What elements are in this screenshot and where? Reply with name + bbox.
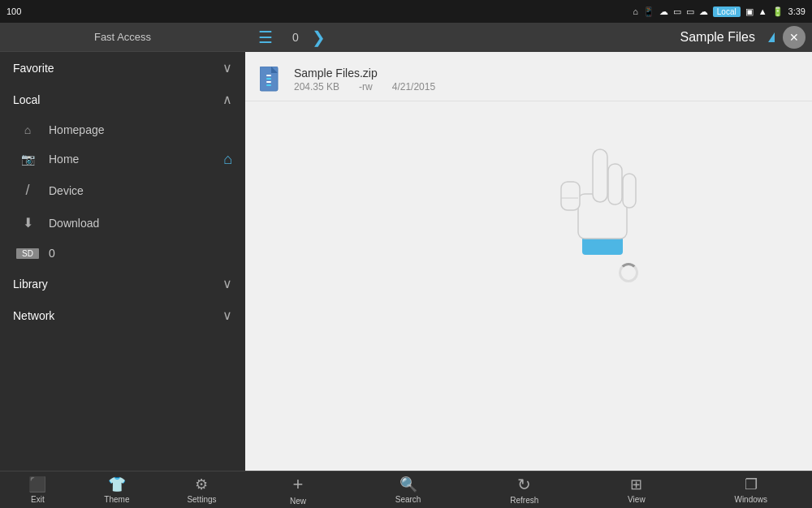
- svg-rect-11: [623, 174, 636, 208]
- settings-icon: ⚙: [195, 476, 208, 493]
- home-icon: 📷: [16, 153, 39, 166]
- cast-icon: ▣: [745, 6, 754, 17]
- svg-rect-9: [593, 149, 607, 202]
- signal-strength: 100: [6, 6, 21, 16]
- wifi-icon: ▲: [758, 6, 767, 16]
- homepage-label: Homepage: [49, 123, 105, 136]
- arrow-button[interactable]: ❯: [312, 28, 326, 47]
- favorite-chevron: ∨: [222, 60, 232, 75]
- network-chevron: ∨: [222, 308, 232, 323]
- fast-access-label: Fast Access: [94, 31, 151, 43]
- sidebar-bottom-toolbar: ⬛ Exit 👕 Theme ⚙ Settings: [0, 471, 245, 508]
- tablet-icon: ▭: [673, 6, 681, 17]
- sidebar-item-sd[interactable]: SD 0: [0, 239, 245, 268]
- home-label: Home: [49, 153, 79, 166]
- exit-label: Exit: [31, 495, 45, 504]
- sd-icon: SD: [16, 248, 39, 259]
- sidebar-section-network[interactable]: Network ∨: [0, 299, 245, 331]
- local-badge: Local: [713, 6, 741, 17]
- theme-button[interactable]: 👕 Theme: [97, 472, 136, 507]
- sidebar-item-homepage[interactable]: ⌂ Homepage: [0, 115, 245, 144]
- file-list: Sample Files.zip 204.35 KB -rw 4/21/2015: [245, 52, 812, 471]
- file-item[interactable]: Sample Files.zip 204.35 KB -rw 4/21/2015: [245, 58, 812, 101]
- device-label: Device: [49, 184, 84, 197]
- time-display: 3:39: [788, 6, 806, 16]
- status-bar-left: 100: [6, 6, 21, 16]
- file-size: 204.35 KB: [294, 81, 339, 93]
- tablet2-icon: ▭: [686, 6, 694, 17]
- file-meta: 204.35 KB -rw 4/21/2015: [294, 81, 435, 93]
- theme-icon: 👕: [108, 476, 126, 493]
- top-bar: ☰ 0 ❯ Sample Files ✕: [245, 23, 812, 52]
- refresh-label: Refresh: [510, 496, 538, 505]
- sidebar-section-library[interactable]: Library ∨: [0, 268, 245, 299]
- zip-file-icon: [260, 67, 283, 93]
- bottom-toolbar-row: ⬛ Exit 👕 Theme ⚙ Settings + New 🔍 Search…: [0, 471, 812, 508]
- cloud-icon: ☁: [659, 6, 668, 17]
- home-active-icon: ⌂: [223, 151, 232, 168]
- selection-counter: 0: [286, 31, 305, 44]
- search-button[interactable]: 🔍 Search: [389, 472, 428, 507]
- svg-rect-5: [266, 81, 271, 83]
- signal-icon: [768, 32, 775, 42]
- close-button[interactable]: ✕: [783, 26, 806, 49]
- exit-button[interactable]: ⬛ Exit: [22, 472, 53, 507]
- settings-label: Settings: [187, 495, 216, 504]
- sidebar-item-home[interactable]: 📷 Home ⌂: [0, 144, 245, 174]
- cursor-hand: [554, 133, 651, 266]
- view-label: View: [628, 495, 646, 504]
- svg-rect-6: [266, 84, 271, 86]
- menu-button[interactable]: ☰: [252, 24, 279, 50]
- local-chevron: ∧: [222, 92, 232, 107]
- exit-icon: ⬛: [28, 476, 46, 493]
- svg-rect-4: [266, 78, 271, 80]
- theme-label: Theme: [104, 495, 129, 504]
- svg-rect-8: [578, 194, 627, 239]
- sidebar-item-download[interactable]: ⬇ Download: [0, 207, 245, 239]
- loading-spinner: [619, 263, 638, 282]
- windows-button[interactable]: ❐ Windows: [728, 472, 774, 507]
- device-icon: /: [16, 182, 39, 199]
- local-label: Local: [13, 93, 40, 106]
- library-label: Library: [13, 278, 48, 291]
- svg-rect-10: [608, 164, 622, 204]
- sidebar-section-favorite[interactable]: Favorite ∨: [0, 52, 245, 84]
- svg-rect-7: [582, 230, 623, 255]
- sidebar-section-local[interactable]: Local ∧: [0, 84, 245, 115]
- library-chevron: ∨: [222, 276, 232, 291]
- network-label: Network: [13, 309, 54, 322]
- homepage-icon: ⌂: [16, 123, 39, 136]
- search-icon: 🔍: [400, 476, 417, 493]
- battery-icon: 🔋: [772, 6, 784, 17]
- refresh-button[interactable]: ↻ Refresh: [503, 471, 545, 508]
- windows-label: Windows: [734, 495, 767, 504]
- view-icon: ⊞: [630, 476, 642, 493]
- main-layout: Favorite ∨ Local ∧ ⌂ Homepage 📷 Home ⌂ /…: [0, 52, 812, 471]
- sidebar-item-device[interactable]: / Device: [0, 174, 245, 207]
- svg-rect-12: [561, 182, 580, 210]
- content-bottom-toolbar: + New 🔍 Search ↻ Refresh ⊞ View ❐ Window…: [245, 471, 812, 508]
- settings-button[interactable]: ⚙ Settings: [180, 472, 222, 507]
- refresh-icon: ↻: [517, 475, 531, 494]
- close-icon: ✕: [789, 31, 799, 44]
- new-button[interactable]: + New: [283, 471, 313, 508]
- svg-rect-3: [266, 75, 271, 76]
- download-icon: ⬇: [16, 215, 39, 230]
- file-name: Sample Files.zip: [294, 67, 435, 80]
- phone-icon: 📱: [643, 6, 654, 17]
- status-bar: 100 ⌂ 📱 ☁ ▭ ▭ ☁ Local ▣ ▲ 🔋 3:39: [0, 0, 812, 23]
- fast-access-header: Fast Access: [0, 23, 245, 52]
- file-date: 4/21/2015: [392, 81, 435, 93]
- status-bar-right: ⌂ 📱 ☁ ▭ ▭ ☁ Local ▣ ▲ 🔋 3:39: [633, 6, 806, 17]
- file-permissions: -rw: [359, 81, 373, 93]
- file-icon-zip: [258, 67, 284, 93]
- new-icon: +: [292, 474, 303, 495]
- download-label: Download: [49, 217, 99, 230]
- sd-label: 0: [49, 247, 55, 260]
- content-area: Sample Files.zip 204.35 KB -rw 4/21/2015: [245, 52, 812, 471]
- view-button[interactable]: ⊞ View: [621, 472, 652, 507]
- sidebar: Favorite ∨ Local ∧ ⌂ Homepage 📷 Home ⌂ /…: [0, 52, 245, 471]
- home-icon: ⌂: [633, 6, 638, 16]
- search-label: Search: [395, 495, 421, 504]
- favorite-label: Favorite: [13, 62, 54, 75]
